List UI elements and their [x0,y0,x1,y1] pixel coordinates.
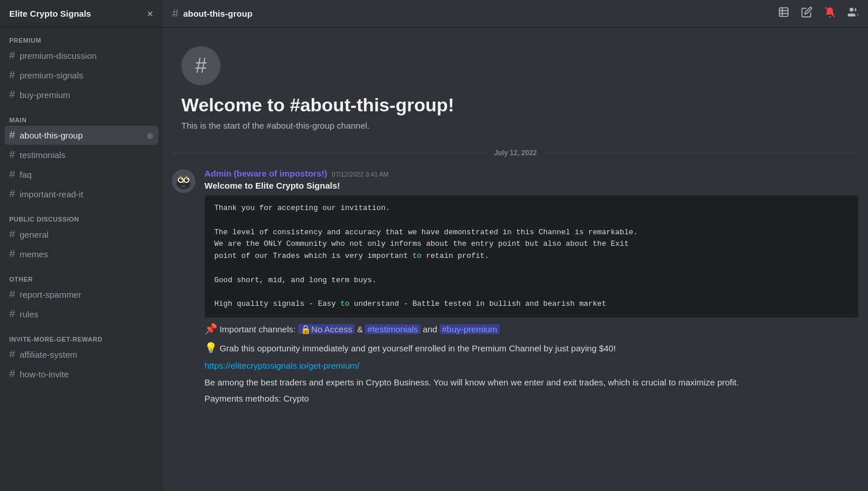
hash-icon: # [9,308,15,320]
threads-icon[interactable] [778,6,789,21]
highlight-to-2: to [340,299,349,308]
pushpin-emoji: 📌 [204,323,217,335]
channel-label: rules [20,309,154,319]
add-member-icon[interactable]: ⊕ [147,131,154,140]
hash-icon: # [9,129,15,141]
sidebar-item-memes[interactable]: #memes [5,245,158,264]
sidebar-item-buy-premium[interactable]: #buy-premium [5,85,158,104]
sidebar-section-1: MAIN#about-this-group⊕#testimonials#faq#… [0,107,163,207]
message-author: Admin (beware of impostors!) [204,168,327,178]
sidebar-item-important-read-it[interactable]: #important-read-it [5,185,158,204]
svg-point-10 [179,178,182,182]
hash-icon: # [9,89,15,101]
sidebar-item-report-spammer[interactable]: #report-spammer [5,285,158,304]
sidebar-item-about-this-group[interactable]: #about-this-group⊕ [5,126,158,145]
message-content: Admin (beware of impostors!) 07/12/2022 … [204,168,859,409]
message-header: Admin (beware of impostors!) 07/12/2022 … [204,168,859,178]
sidebar-item-testimonials[interactable]: #testimonials [5,145,158,164]
message-opportunity: 💡 Grab this opportunity immediately and … [204,340,859,356]
hash-icon: # [9,348,15,361]
and-separator: and [423,324,439,334]
topbar: # about-this-group [163,0,868,28]
buy-premium-mention[interactable]: #buy-premium [439,324,500,334]
important-channels-text: Important channels: [219,324,298,334]
message-link-container: https://elitecryptosignals.io/get-premiu… [204,359,859,373]
section-label-2[interactable]: PUBLIC DISCUSSION [5,216,158,223]
message-timestamp: 07/12/2022 3:41 AM [332,171,389,178]
channel-label: affiliate-system [20,350,154,359]
notification-icon[interactable] [824,6,836,21]
chevron-down-icon: ✕ [147,9,154,18]
svg-point-11 [185,178,188,182]
testimonials-mention[interactable]: #testimonials [365,324,420,334]
sidebar-section-0: PREMIUM#premium-discussion#premium-signa… [0,28,163,107]
hash-icon: # [9,368,15,380]
premium-link[interactable]: https://elitecryptosignals.io/get-premiu… [204,361,359,370]
hash-icon: # [9,69,15,81]
topbar-icons [778,6,859,21]
section-label-4[interactable]: INVITE-MORE-GET-REWARD [5,336,158,343]
channel-label: how-to-invite [20,369,154,379]
sidebar: Elite Crypto Signals ✕ PREMIUM#premium-d… [0,0,163,491]
channel-label: about-this-group [20,130,144,140]
sidebar-item-how-to-invite[interactable]: #how-to-invite [5,365,158,384]
channel-label: premium-discussion [20,51,154,61]
channel-label: premium-signals [20,70,154,80]
channel-icon: # [181,46,221,85]
divider-line-left [172,153,487,153]
hash-icon-large: # [195,54,207,78]
hash-icon: # [9,168,15,181]
sidebar-item-rules[interactable]: #rules [5,305,158,324]
channel-label: general [20,230,154,239]
hash-icon: # [9,149,15,161]
bulb-emoji: 💡 [204,342,217,354]
hash-icon: # [9,188,15,200]
channel-label: testimonials [20,150,154,160]
server-header[interactable]: Elite Crypto Signals ✕ [0,0,163,28]
message-bold-line: Welcome to Elite Crypto Signals! [204,181,859,190]
channel-welcome-sub: This is the start of the #about-this-gro… [181,121,850,130]
messages-area: # Welcome to #about-this-group! This is … [163,28,868,491]
sidebar-section-4: INVITE-MORE-GET-REWARD#affiliate-system#… [0,327,163,387]
channel-welcome-title: Welcome to #about-this-group! [181,95,850,116]
sidebar-item-faq[interactable]: #faq [5,165,158,184]
server-name: Elite Crypto Signals [9,9,91,18]
sidebar-item-general[interactable]: #general [5,225,158,244]
date-divider: July 12, 2022 [172,149,859,157]
topbar-channel-name: about-this-group [183,9,252,18]
svg-point-5 [850,8,854,12]
hash-icon: # [9,248,15,260]
sidebar-item-premium-signals[interactable]: #premium-signals [5,66,158,85]
section-label-1[interactable]: MAIN [5,117,158,123]
divider-line-right [544,153,859,153]
sidebar-section-2: PUBLIC DISCUSSION#general#memes [0,207,163,267]
ampersand-separator: & [357,324,365,334]
channel-label: faq [20,170,154,179]
channel-label: important-read-it [20,189,154,199]
message-group: Admin (beware of impostors!) 07/12/2022 … [172,166,859,411]
channel-header: # Welcome to #about-this-group! This is … [172,28,859,140]
avatar [172,170,195,193]
edit-icon[interactable] [801,6,813,21]
message-important-channels: 📌 Important channels: 🔒No Access & #test… [204,321,859,337]
be-among-text: Be among the best traders and experts in… [204,377,739,387]
message-code-block: Thank you for accepting our invitation. … [204,195,859,318]
sidebar-item-premium-discussion[interactable]: #premium-discussion [5,46,158,65]
date-divider-text: July 12, 2022 [494,149,537,157]
hash-icon: # [172,7,178,20]
main-content: # about-this-group # [163,0,868,491]
section-label-0[interactable]: PREMIUM [5,37,158,44]
svg-rect-0 [780,8,788,17]
sidebar-item-affiliate-system[interactable]: #affiliate-system [5,345,158,364]
channel-label: report-spammer [20,290,154,299]
message-payments: Payments methods: Crypto [204,392,859,406]
hash-icon: # [9,288,15,301]
svg-point-12 [181,179,182,180]
hash-icon: # [9,228,15,241]
members-icon[interactable] [847,6,859,21]
section-label-3[interactable]: OTHER [5,276,158,283]
no-access-mention[interactable]: 🔒No Access [298,324,355,334]
opportunity-text: Grab this opportunity immediately and ge… [219,343,616,353]
message-be-among: Be among the best traders and experts in… [204,376,859,389]
hash-icon: # [9,50,15,62]
